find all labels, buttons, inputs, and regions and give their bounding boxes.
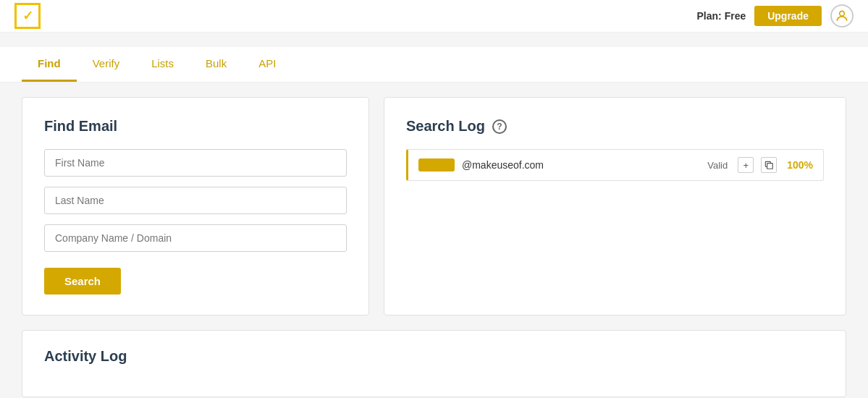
- confidence-percent: 100%: [787, 159, 813, 171]
- first-name-group: [44, 149, 347, 177]
- tab-verify[interactable]: Verify: [77, 47, 136, 82]
- find-email-panel: Find Email Search: [22, 97, 369, 316]
- search-button[interactable]: Search: [44, 268, 121, 295]
- tab-lists[interactable]: Lists: [135, 47, 190, 82]
- header-right: Plan: Free Upgrade: [697, 4, 854, 27]
- header: ✓ Plan: Free Upgrade: [0, 0, 868, 33]
- tab-bulk[interactable]: Bulk: [190, 47, 243, 82]
- user-avatar-icon[interactable]: [830, 4, 854, 27]
- plan-label: Plan:: [697, 10, 722, 22]
- logo: ✓: [14, 3, 41, 29]
- company-domain-group: [44, 224, 347, 252]
- nav-bar: Find Verify Lists Bulk API: [0, 47, 868, 82]
- svg-rect-1: [767, 164, 773, 169]
- plan-type: Free: [725, 10, 746, 22]
- main-content: Find Email Search Search Log ? @makeuseo…: [0, 82, 868, 398]
- search-log-panel: Search Log ? @makeuseof.com Valid + 100%: [384, 97, 846, 316]
- help-icon[interactable]: ?: [492, 119, 507, 134]
- last-name-group: [44, 187, 347, 214]
- valid-label: Valid: [707, 160, 728, 171]
- email-blurred: [418, 158, 455, 172]
- log-entry: @makeuseof.com Valid + 100%: [406, 149, 824, 181]
- svg-point-0: [840, 11, 845, 16]
- tab-api[interactable]: API: [243, 47, 292, 82]
- plan-info: Plan: Free: [697, 10, 746, 22]
- company-domain-input[interactable]: [44, 224, 347, 252]
- logo-checkmark: ✓: [22, 8, 33, 24]
- find-email-title: Find Email: [44, 118, 347, 135]
- copy-email-button[interactable]: [761, 157, 777, 173]
- activity-log-title: Activity Log: [44, 348, 824, 365]
- tab-find[interactable]: Find: [22, 47, 77, 82]
- activity-log-panel: Activity Log: [22, 330, 846, 397]
- upgrade-button[interactable]: Upgrade: [754, 6, 822, 26]
- panels-row: Find Email Search Search Log ? @makeuseo…: [22, 97, 846, 316]
- add-to-list-button[interactable]: +: [738, 157, 754, 173]
- first-name-input[interactable]: [44, 149, 347, 177]
- email-domain: @makeuseof.com: [462, 159, 700, 171]
- search-log-title-row: Search Log ?: [406, 118, 824, 135]
- last-name-input[interactable]: [44, 187, 347, 214]
- search-log-title: Search Log: [406, 118, 485, 135]
